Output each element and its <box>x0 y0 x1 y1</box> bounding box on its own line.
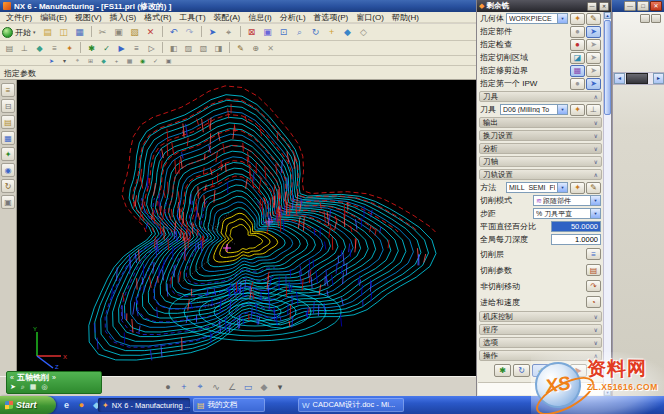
fit-view-icon[interactable]: ▣ <box>261 26 275 39</box>
display-cut-area-icon[interactable]: ➤ <box>586 52 601 64</box>
menu-item-format[interactable]: 格式(R) <box>144 12 171 23</box>
create-tool-icon[interactable]: ⊥ <box>18 42 31 54</box>
constraint-navigator-icon[interactable]: ⊟ <box>1 99 15 113</box>
cube-view-icon[interactable]: ◆ <box>257 380 271 393</box>
section-options[interactable]: 选项 ∨ <box>479 337 602 348</box>
stepover-combo[interactable]: % 刀具平直 ▼ <box>533 208 601 219</box>
new-file-icon[interactable]: ▤ <box>41 26 55 39</box>
chevron-down-icon[interactable]: ▼ <box>557 14 567 23</box>
taskbar-task-documents[interactable]: ▤ 我的文档 <box>193 398 265 412</box>
rotate-view-icon[interactable]: ↻ <box>309 26 323 39</box>
assembly-navigator-icon[interactable]: ≡ <box>1 83 15 97</box>
taskbar-task-word[interactable]: W CADCAM设计.doc - Mi... <box>298 398 404 412</box>
palettes-icon[interactable]: ▣ <box>1 195 15 209</box>
plus-tool-icon[interactable]: + <box>177 380 191 393</box>
menu-item-preferences[interactable]: 首选项(P) <box>314 12 349 23</box>
menu-item-edit[interactable]: 编辑(E) <box>40 12 67 23</box>
section-machine-control[interactable]: 机床控制 ∨ <box>479 311 602 322</box>
scroll-up-icon[interactable]: ▲ <box>604 12 611 19</box>
select-part-icon[interactable]: ● <box>570 26 585 38</box>
menu-item-assemblies[interactable]: 装配(A) <box>214 12 241 23</box>
chevron-down-icon[interactable]: ▼ <box>557 183 567 192</box>
dialog-scrollbar[interactable]: ▲ ▼ <box>603 12 611 396</box>
spline-tool-icon[interactable]: ∿ <box>209 380 223 393</box>
display-check-icon[interactable]: ➤ <box>586 39 601 51</box>
wireframe-view-icon[interactable]: ◇ <box>357 26 371 39</box>
section-tool-axis[interactable]: 刀轴 ∨ <box>479 156 602 167</box>
generate-toolpath-icon[interactable]: ✱ <box>85 42 98 54</box>
feeds-and-speeds-icon[interactable]: ◔ <box>586 296 601 308</box>
start-menu-button[interactable]: 开始 ▾ <box>2 27 36 38</box>
save-file-icon[interactable]: ▦ <box>73 26 87 39</box>
chevron-down-icon[interactable]: ▼ <box>590 209 600 218</box>
maximize-button[interactable]: □ <box>637 1 649 11</box>
delete-object-icon[interactable]: ✕ <box>264 42 277 54</box>
menu-item-view[interactable]: 视图(V) <box>75 12 102 23</box>
part-navigator-icon[interactable]: ▤ <box>1 115 15 129</box>
internet-explorer-icon[interactable]: ◉ <box>1 163 15 177</box>
snap-point-icon[interactable]: ⌖ <box>222 26 236 39</box>
create-geometry-icon[interactable]: ◆ <box>33 42 46 54</box>
section-tool[interactable]: 刀具 ∧ <box>479 91 602 102</box>
hd3d-tools-icon[interactable]: ✦ <box>1 147 15 161</box>
grid-snap-icon[interactable]: ⊞ <box>85 57 96 65</box>
display-part-icon[interactable]: ➤ <box>586 26 601 38</box>
firefox-icon[interactable]: ● <box>75 398 88 411</box>
center-snap-icon[interactable]: ◉ <box>137 57 148 65</box>
edit-tool-icon[interactable]: ⊥ <box>586 104 601 116</box>
simulate-icon[interactable]: ▶ <box>115 42 128 54</box>
start-button[interactable]: Start <box>0 396 56 414</box>
section-actions[interactable]: 操作 ∧ <box>479 350 602 361</box>
action-generate-icon[interactable]: ✱ <box>494 364 511 377</box>
pan-view-icon[interactable]: + <box>325 26 339 39</box>
verify-toolpath-icon[interactable]: ✓ <box>100 42 113 54</box>
shaded-sphere-icon[interactable]: ● <box>161 380 175 393</box>
internet-explorer-icon[interactable]: e <box>60 398 73 411</box>
machine-tool-view-icon[interactable]: ◧ <box>167 42 180 54</box>
shaded-view-icon[interactable]: ◆ <box>341 26 355 39</box>
postprocess-icon[interactable]: ▷ <box>145 42 158 54</box>
section-analysis[interactable]: 分析 ∨ <box>479 143 602 154</box>
cutting-parameters-icon[interactable]: ▤ <box>586 264 601 276</box>
geometry-combo[interactable]: WORKPIECE ▼ <box>506 13 568 24</box>
new-method-icon[interactable]: ✦ <box>570 182 585 194</box>
select-check-icon[interactable]: ● <box>570 39 585 51</box>
create-method-icon[interactable]: ≡ <box>48 42 61 54</box>
chevron-down-icon[interactable]: ▼ <box>590 196 600 205</box>
menu-item-insert[interactable]: 插入(S) <box>110 12 137 23</box>
select-ipw-icon[interactable]: ● <box>570 78 585 90</box>
scrollbar-thumb[interactable] <box>604 20 611 115</box>
point-snap-icon[interactable]: + <box>111 57 122 65</box>
non-cutting-moves-icon[interactable]: ↷ <box>586 280 601 292</box>
refresh-view-icon[interactable]: ⊠ <box>245 26 259 39</box>
redo-icon[interactable]: ↷ <box>183 26 197 39</box>
screen-capture-icon[interactable]: ▭ <box>241 380 255 393</box>
cut-icon[interactable]: ✂ <box>96 26 110 39</box>
close-button[interactable]: ✕ <box>650 1 662 11</box>
select-cursor-icon[interactable]: ➤ <box>206 26 220 39</box>
end-snap-icon[interactable]: ▣ <box>163 57 174 65</box>
edit-geometry-icon[interactable]: ✎ <box>586 13 601 25</box>
percent-diameter-field[interactable]: 50.0000 <box>551 221 601 232</box>
section-path-settings[interactable]: 刀轨设置 ∧ <box>479 169 602 180</box>
target-point-icon[interactable]: ⌖ <box>193 380 207 393</box>
taskbar-task-nx[interactable]: ✦ NX 6 - Manufacturing ... <box>98 398 190 412</box>
menu-item-help[interactable]: 帮助(H) <box>392 12 419 23</box>
angle-measure-icon[interactable]: ∠ <box>225 380 239 393</box>
new-tool-icon[interactable]: ✦ <box>570 104 585 116</box>
snap-target-icon[interactable]: ⌖ <box>72 57 83 65</box>
undo-icon[interactable]: ↶ <box>167 26 181 39</box>
open-file-icon[interactable]: ◫ <box>57 26 71 39</box>
action-replay-icon[interactable]: ↻ <box>513 364 530 377</box>
dialog-titlebar[interactable]: ◆ 剩余铣 — ✕ <box>477 0 611 12</box>
menu-item-information[interactable]: 信息(I) <box>248 12 272 23</box>
action-list-icon[interactable]: ≡ <box>551 364 568 377</box>
more-options-icon[interactable]: ▾ <box>273 380 287 393</box>
copy-icon[interactable]: ▣ <box>112 26 126 39</box>
paste-icon[interactable]: ▧ <box>128 26 142 39</box>
section-program[interactable]: 程序 ∨ <box>479 324 602 335</box>
list-toolpath-icon[interactable]: ≡ <box>130 42 143 54</box>
select-cut-area-icon[interactable]: ◪ <box>570 52 585 64</box>
create-operation-icon[interactable]: ✦ <box>63 42 76 54</box>
face-snap-icon[interactable]: ▦ <box>124 57 135 65</box>
